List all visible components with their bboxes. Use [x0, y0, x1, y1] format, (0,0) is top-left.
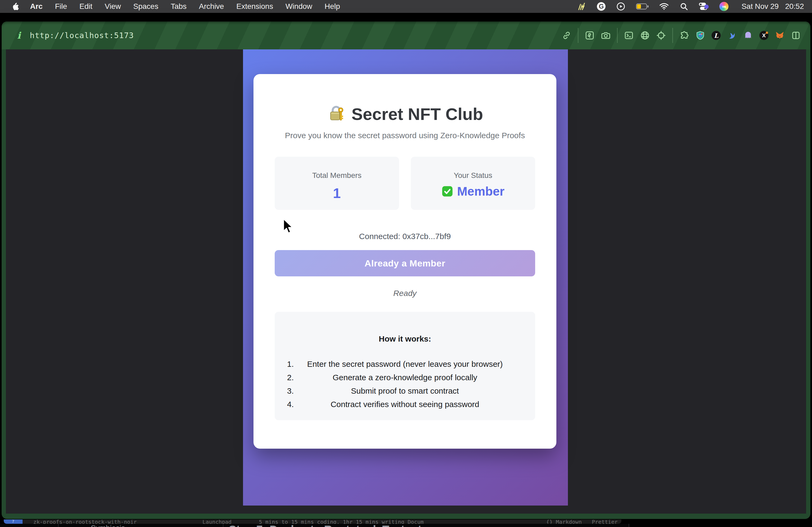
page-title-text: Secret NFT Club: [351, 104, 483, 124]
menu-help[interactable]: Help: [325, 2, 340, 11]
stats-row: Total Members 1 Your Status Member: [275, 157, 535, 210]
menu-edit[interactable]: Edit: [79, 2, 92, 11]
clock-date: Sat Nov 29: [741, 2, 779, 11]
total-members-label: Total Members: [275, 171, 399, 180]
status-text: Ready: [275, 289, 535, 298]
arc-browser-window: i http://localhost:5173: [2, 21, 810, 519]
battery-icon[interactable]: [636, 3, 649, 10]
wifi-icon[interactable]: [659, 3, 669, 10]
table-divider: [628, 524, 629, 527]
how-it-works-heading: How it works:: [275, 334, 535, 344]
connected-address: Connected: 0x37cb...7bf9: [275, 232, 535, 241]
toolbar-divider: [617, 28, 618, 43]
play-circle-icon[interactable]: [616, 2, 625, 11]
mouse-cursor: [283, 218, 294, 235]
table-divider: [58, 524, 59, 527]
how-it-works-list: 1. Enter the secret password (never leav…: [275, 358, 535, 411]
git-branch-label[interactable]: zk-proofs-on-rootstock-with-noir: [33, 520, 137, 524]
vscode-statusbar-sliver: 7 zk-proofs-on-rootstock-with-noir Launc…: [4, 520, 621, 524]
ghost-icon[interactable]: [743, 31, 753, 40]
lock-emoji-icon: [327, 104, 346, 124]
statusbar-note: Launchpad: [202, 520, 231, 524]
table-divider: [223, 524, 223, 527]
list-item: 4. Contract verifies without seeing pass…: [275, 398, 535, 411]
globe-icon[interactable]: [640, 31, 650, 40]
media-flower-icon[interactable]: [585, 31, 595, 40]
macos-menubar: Arc File Edit View Spaces Tabs Archive E…: [0, 0, 812, 13]
terminal-icon[interactable]: [624, 31, 634, 40]
split-view-icon[interactable]: [791, 31, 801, 40]
your-status-box: Your Status Member: [411, 157, 535, 210]
language-mode-label: {} Markdown: [546, 520, 582, 524]
browser-viewport: Secret NFT Club Prove you know the secre…: [6, 49, 806, 514]
menu-tabs[interactable]: Tabs: [171, 2, 187, 11]
spotlight-search-icon[interactable]: [680, 2, 688, 11]
camera-icon[interactable]: [601, 31, 611, 40]
page-title: Secret NFT Club: [275, 104, 535, 124]
toolbar-divider: [578, 28, 578, 43]
background-document-sliver: Symbiosis Step 7: Deploy to Rootstock Te…: [0, 524, 630, 527]
doc-heading: Step 7: Deploy to Rootstock Testnet: [229, 524, 422, 527]
x-circle-icon[interactable]: X: [759, 31, 768, 40]
address-bar[interactable]: http://localhost:5173: [30, 31, 134, 40]
shield-globe-icon[interactable]: [695, 31, 705, 40]
apple-menu-icon[interactable]: [12, 2, 20, 11]
menu-archive[interactable]: Archive: [199, 2, 224, 11]
clock-time: 20:52: [785, 2, 804, 11]
blue-bird-icon[interactable]: [727, 31, 737, 40]
list-item: 2. Generate a zero-knowledge proof local…: [275, 371, 535, 384]
grammarly-icon[interactable]: G: [597, 2, 606, 11]
colorful-ring-icon[interactable]: ∞: [719, 2, 728, 11]
page-subtitle: Prove you know the secret password using…: [275, 131, 535, 140]
site-info-icon[interactable]: i: [17, 30, 21, 41]
statusbar-timing: 5 mins to 15 mins coding, 1hr 15 mins wr…: [259, 520, 424, 524]
secret-nft-club-card: Secret NFT Club Prove you know the secre…: [253, 74, 556, 449]
metamask-fox-icon[interactable]: [775, 31, 785, 40]
puzzle-extensions-icon[interactable]: [679, 31, 689, 40]
menu-arc[interactable]: Arc: [30, 2, 43, 11]
menu-file[interactable]: File: [55, 2, 67, 11]
crosshair-icon[interactable]: [656, 31, 666, 40]
your-status-label: Your Status: [411, 171, 535, 180]
script-l-icon[interactable]: L: [712, 31, 721, 40]
menu-view[interactable]: View: [105, 2, 121, 11]
menu-spaces[interactable]: Spaces: [133, 2, 158, 11]
check-mark-icon: [441, 185, 453, 197]
menu-window[interactable]: Window: [286, 2, 312, 11]
stocks-chart-icon[interactable]: [577, 2, 586, 11]
doc-cell-label: Symbiosis: [91, 524, 125, 527]
total-members-box: Total Members 1: [275, 157, 399, 210]
list-item: 3. Submit proof to smart contract: [275, 384, 535, 398]
link-icon[interactable]: [562, 31, 571, 40]
already-a-member-button[interactable]: Already a Member: [275, 250, 535, 276]
browser-toolbar: i http://localhost:5173: [2, 21, 810, 49]
menu-extensions[interactable]: Extensions: [236, 2, 273, 11]
formatter-label: Prettier: [592, 520, 618, 524]
your-status-value: Member: [457, 184, 504, 199]
vscode-remote-badge[interactable]: 7: [4, 520, 23, 524]
list-item: 1. Enter the secret password (never leav…: [275, 358, 535, 371]
toolbar-divider: [672, 28, 673, 43]
menubar-clock[interactable]: Sat Nov 29 20:52: [741, 2, 804, 11]
total-members-value: 1: [275, 185, 399, 201]
how-it-works-box: How it works: 1. Enter the secret passwo…: [275, 312, 535, 420]
control-center-icon[interactable]: [699, 2, 709, 11]
